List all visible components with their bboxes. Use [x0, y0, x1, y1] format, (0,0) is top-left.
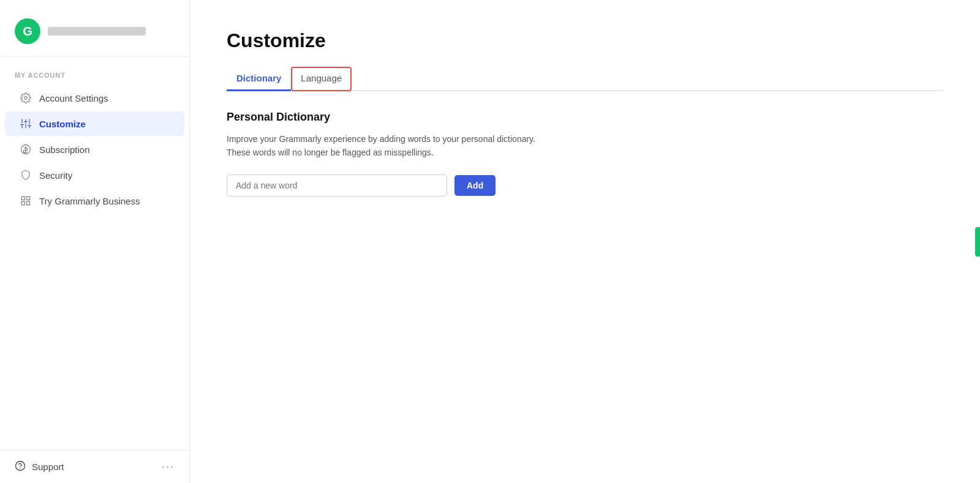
tab-dictionary[interactable]: Dictionary: [227, 67, 291, 91]
sidebar-item-customize-label: Customize: [39, 119, 86, 129]
side-accent: [975, 227, 980, 256]
main-content: Customize Dictionary Language Personal D…: [190, 0, 980, 483]
section-description-line1: Improve your Grammarly experience by add…: [227, 134, 535, 144]
user-profile: G: [0, 12, 189, 57]
avatar: G: [15, 18, 40, 44]
sidebar-item-account-settings-label: Account Settings: [39, 93, 108, 103]
sidebar-item-subscription[interactable]: Subscription: [5, 137, 184, 162]
add-word-row: Add: [227, 174, 943, 197]
more-options-icon[interactable]: ···: [162, 460, 175, 473]
sidebar-section-label: MY ACCOUNT: [0, 57, 189, 85]
gear-icon: [20, 92, 32, 104]
sidebar-bottom: Support ···: [0, 450, 189, 483]
sidebar-item-grammarly-business-label: Try Grammarly Business: [39, 196, 140, 206]
tab-language[interactable]: Language: [291, 67, 352, 91]
svg-point-15: [16, 462, 25, 471]
sidebar-item-subscription-label: Subscription: [39, 144, 90, 155]
question-icon: [15, 460, 26, 473]
svg-rect-11: [21, 197, 24, 200]
sidebar-item-grammarly-business[interactable]: Try Grammarly Business: [5, 189, 184, 213]
sliders-icon: [20, 118, 32, 130]
section-description: Improve your Grammarly experience by add…: [227, 132, 594, 160]
svg-rect-12: [27, 197, 30, 200]
sidebar-item-account-settings[interactable]: Account Settings: [5, 86, 184, 110]
section-description-line2: These words will no longer be flagged as…: [227, 148, 434, 157]
svg-point-0: [24, 97, 28, 100]
business-icon: [20, 195, 32, 207]
svg-rect-13: [21, 202, 24, 205]
svg-rect-14: [27, 202, 30, 205]
shield-icon: [20, 169, 32, 181]
section-title: Personal Dictionary: [227, 111, 943, 124]
sidebar-item-security[interactable]: Security: [5, 163, 184, 187]
add-button[interactable]: Add: [454, 175, 496, 196]
sidebar-item-security-label: Security: [39, 170, 72, 181]
sidebar-item-customize[interactable]: Customize: [5, 111, 184, 136]
sidebar: G MY ACCOUNT Account Settings Customize …: [0, 0, 190, 483]
sidebar-nav: MY ACCOUNT Account Settings Customize Su…: [0, 57, 189, 450]
tabs: Dictionary Language: [227, 67, 943, 91]
dollar-icon: [20, 143, 32, 155]
user-email-redacted: [48, 27, 146, 36]
page-title: Customize: [227, 29, 943, 52]
word-input[interactable]: [227, 174, 447, 197]
support-link[interactable]: Support: [15, 460, 64, 473]
support-label: Support: [32, 462, 64, 472]
